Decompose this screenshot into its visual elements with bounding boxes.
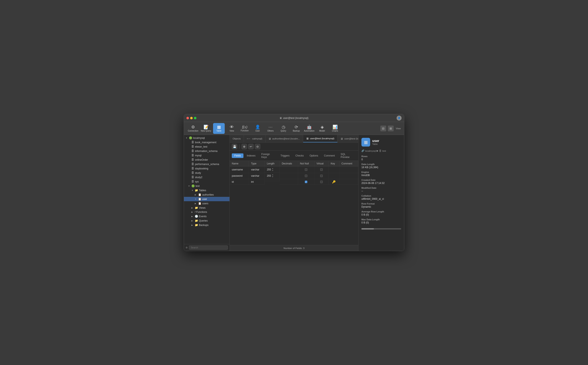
toolbar-charts[interactable]: 📊 Charts bbox=[329, 123, 341, 134]
col-key: Key bbox=[329, 161, 339, 167]
delete-button[interactable]: ⊖ bbox=[255, 144, 260, 149]
expand-arrow: ▼ bbox=[188, 185, 191, 187]
sidebar-item-events[interactable]: ▶ 🕐 Events bbox=[184, 214, 229, 218]
db-icon: 🗄 bbox=[191, 180, 194, 183]
sidebar-item-queries[interactable]: ▶ 📁 Queries bbox=[184, 218, 229, 223]
tab-objects[interactable]: Objects bbox=[230, 135, 244, 142]
sidebar-item-views[interactable]: ▶ 📁 Views bbox=[184, 206, 229, 210]
checkbox-virtual[interactable] bbox=[320, 175, 323, 177]
sub-tab-fields[interactable]: Fields bbox=[232, 153, 244, 158]
search-input[interactable] bbox=[189, 246, 228, 250]
cell-not-null[interactable]: ✓ bbox=[298, 179, 314, 185]
sidebar-item-tables[interactable]: ▼ 📁 Tables bbox=[184, 188, 229, 192]
sidebar-item-backups[interactable]: ▶ 📁 Backups bbox=[184, 223, 229, 227]
sidebar-item-localmysql[interactable]: ▼ 🟢 localmysql bbox=[184, 136, 229, 140]
checkbox-virtual[interactable] bbox=[320, 168, 323, 171]
view-toggle-btn1[interactable]: ⊟ bbox=[380, 126, 386, 131]
toolbar-right: ⊟ ⊞ View bbox=[380, 126, 401, 131]
toolbar-user[interactable]: 👤 User bbox=[252, 123, 263, 134]
close-button[interactable] bbox=[186, 117, 189, 119]
cell-virtual[interactable] bbox=[314, 173, 329, 179]
minimize-button[interactable] bbox=[190, 117, 193, 119]
cell-virtual[interactable] bbox=[314, 179, 329, 185]
tab-user-icon: 🖥 bbox=[306, 137, 309, 140]
sidebar-item-mysql[interactable]: 🗄 mysql bbox=[184, 153, 229, 158]
sidebar-item-study2[interactable]: 🗄 study2 bbox=[184, 175, 229, 179]
cell-name[interactable]: id bbox=[230, 179, 249, 185]
tab-user-test[interactable]: 🖥 user@test (localmysql) bbox=[303, 135, 337, 142]
maximize-button[interactable] bbox=[194, 117, 196, 119]
checkbox-unchecked[interactable] bbox=[305, 175, 307, 177]
statusbar: Number of Fields: 3 bbox=[230, 245, 358, 251]
sidebar-item-sys[interactable]: 🗄 sys bbox=[184, 179, 229, 184]
toolbar-connection[interactable]: ⚙ Connection bbox=[187, 123, 199, 134]
tab-authorities[interactable]: 🖥 authorities@test (localm... bbox=[265, 135, 303, 142]
sub-tab-options[interactable]: Options bbox=[307, 153, 321, 158]
col-decimals: Decimals bbox=[280, 161, 298, 167]
rp-subtitle: Table bbox=[372, 143, 379, 145]
toolbar-table[interactable]: ▦ Table bbox=[213, 123, 225, 134]
table-row[interactable]: passwordvarchar255▲▼ bbox=[230, 173, 358, 179]
length-stepper[interactable]: ▲▼ bbox=[272, 168, 273, 171]
sidebar-item-perf-schema[interactable]: 🗄 performance_schema bbox=[184, 162, 229, 166]
checkbox-virtual[interactable] bbox=[320, 181, 323, 183]
sub-tab-checks[interactable]: Checks bbox=[293, 153, 306, 158]
cell-type[interactable]: int bbox=[249, 179, 265, 185]
rp-modified-label: Modified Date bbox=[361, 187, 401, 189]
toolbar-query[interactable]: ◷ Query bbox=[278, 123, 289, 134]
toolbar-model[interactable]: ◈ Model bbox=[316, 123, 328, 134]
cell-length[interactable]: 255▲▼ bbox=[265, 173, 280, 179]
cell-length[interactable]: 255▲▼ bbox=[265, 167, 280, 173]
avatar[interactable]: 👤 bbox=[397, 116, 402, 120]
save-button[interactable]: 💾 bbox=[232, 144, 237, 149]
checkbox-unchecked[interactable] bbox=[305, 168, 307, 171]
rp-rows: Rows 0 bbox=[361, 155, 401, 161]
window-title: 🖥 user@test (localmysql) bbox=[280, 117, 308, 119]
cell-name[interactable]: username bbox=[230, 167, 249, 173]
sidebar-item-user[interactable]: ▼ 📋 user bbox=[184, 197, 229, 201]
toolbar-new-query[interactable]: 📝 New Query bbox=[200, 123, 212, 134]
sidebar-item-book-management[interactable]: 🗄 book_management bbox=[184, 140, 229, 144]
cell-type[interactable]: varchar bbox=[249, 173, 265, 179]
undo-button[interactable]: ↩ bbox=[248, 144, 254, 149]
cell-length[interactable] bbox=[265, 179, 280, 181]
sidebar-item-information-schema[interactable]: 🗄 information_schema bbox=[184, 149, 229, 153]
sub-tab-indexes[interactable]: Indexes bbox=[244, 153, 258, 158]
sidebar-item-authorities[interactable]: ▶ 📋 authorities bbox=[184, 192, 229, 197]
toolbar-automation[interactable]: 🤖 Automation bbox=[303, 123, 315, 134]
toolbar-backup[interactable]: ⟳ Backup bbox=[290, 123, 302, 134]
rp-collation-value: utf8mb4_0900_ai_ci bbox=[361, 197, 401, 200]
sidebar-item-users[interactable]: ▶ 📋 users bbox=[184, 201, 229, 206]
sidebar-item-staybooking[interactable]: 🗄 staybooking bbox=[184, 166, 229, 171]
view-toggle-btn2[interactable]: ⊞ bbox=[388, 126, 394, 131]
sub-tab-sql-preview[interactable]: SQL Preview bbox=[338, 152, 356, 159]
tab-calmysql[interactable]: ⟵ calmysql) bbox=[244, 135, 265, 142]
cell-not-null[interactable] bbox=[298, 173, 314, 179]
toolbar-view[interactable]: 👁 View bbox=[226, 123, 238, 134]
length-stepper[interactable]: ▲▼ bbox=[272, 174, 273, 178]
rp-scrollbar[interactable] bbox=[361, 228, 401, 230]
sidebar-item-test[interactable]: ▼ 🟢 test bbox=[184, 184, 229, 188]
add-button[interactable]: ⊕ bbox=[242, 144, 247, 149]
tab-user-test2[interactable]: 🖥 user@test (localmysql) bbox=[337, 135, 358, 142]
cell-virtual[interactable] bbox=[314, 167, 329, 173]
toolbar-function[interactable]: f(x) Function bbox=[239, 123, 251, 134]
rp-engine-label: Engine bbox=[361, 171, 401, 173]
cell-type[interactable]: varchar bbox=[249, 167, 265, 173]
automation-icon: 🤖 bbox=[307, 125, 312, 129]
sub-tab-triggers[interactable]: Triggers bbox=[278, 153, 292, 158]
cell-not-null[interactable] bbox=[298, 167, 314, 173]
rp-collation-label: Collation bbox=[361, 195, 401, 197]
sidebar-item-study[interactable]: 🗄 study bbox=[184, 171, 229, 175]
sidebar-item-functions[interactable]: ▶ f Functions bbox=[184, 210, 229, 214]
checkbox-checked[interactable]: ✓ bbox=[305, 181, 307, 183]
sub-tab-comment[interactable]: Comment bbox=[322, 153, 337, 158]
cell-name[interactable]: password bbox=[230, 173, 249, 179]
sub-tab-foreign-keys[interactable]: Foreign Keys bbox=[259, 152, 277, 159]
col-type: Type bbox=[249, 161, 265, 167]
sidebar-item-ebean[interactable]: 🗄 ebean_test bbox=[184, 144, 229, 149]
sidebar-item-onlineorder[interactable]: 🗄 onlineOrder bbox=[184, 158, 229, 162]
table-row[interactable]: usernamevarchar255▲▼ bbox=[230, 167, 358, 173]
toolbar-others[interactable]: ⋯ Others bbox=[265, 123, 276, 134]
table-row[interactable]: idint✓🔑 bbox=[230, 179, 358, 185]
